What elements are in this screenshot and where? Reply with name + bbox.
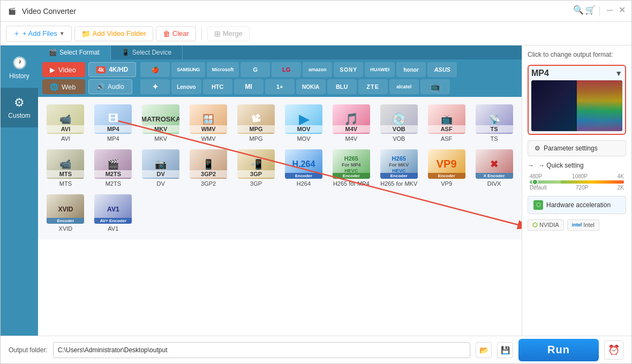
m2ts-label-thumb: M2TS — [94, 170, 132, 178]
browse-folder-button[interactable]: 📂 — [476, 342, 492, 358]
format-selector: 🎬 Select Format 📱 Select Device — [38, 46, 522, 97]
3gp-icon: 📲 — [250, 158, 262, 170]
brand-tv[interactable]: 📺 — [420, 79, 450, 94]
search-icon[interactable]: 🔍 — [573, 6, 581, 13]
mp4-icon: 🎞 — [108, 113, 118, 125]
select-device-label: Select Device — [132, 49, 171, 56]
format-item-h265mp4[interactable]: H265 For MP4 HEVC Encoder H265 for MP4 — [329, 147, 373, 189]
format-item-mov[interactable]: ▶ MOV MOV — [282, 102, 326, 144]
alarm-button[interactable]: ⏰ — [604, 340, 623, 360]
h264-icon: H.264 — [292, 160, 315, 169]
format-grid: 📹 AVI AVI 🎞 MP4 MP4 MA — [38, 97, 522, 239]
brand-lenovo[interactable]: Lenovo — [171, 79, 201, 94]
merge-label: Merge — [223, 29, 243, 37]
minimize-button[interactable]: ─ — [607, 6, 614, 13]
mkv-label-thumb: MKV — [142, 125, 179, 133]
format-item-avi[interactable]: 📹 AVI AVI — [43, 102, 88, 144]
format-item-m2ts[interactable]: 🎬 M2TS M2TS — [91, 147, 136, 189]
format-item-3gp2[interactable]: 📱 3GP2 3GP2 — [186, 147, 231, 189]
brand-google[interactable]: G — [240, 62, 270, 77]
brand-alcatel[interactable]: alcatel — [389, 79, 419, 94]
web-icon: 🌐 — [50, 83, 58, 91]
brand-sony[interactable]: SONY — [334, 62, 363, 77]
brand-lg[interactable]: LG — [272, 62, 301, 77]
nvidia-badge[interactable]: ⬡ NVIDIA — [528, 219, 564, 231]
select-format-label: Select Format — [59, 49, 100, 56]
close-button[interactable]: ✕ — [619, 6, 626, 13]
brand-blu[interactable]: BLU — [327, 79, 357, 94]
sidebar-item-custom[interactable]: ⚙ Custom — [1, 88, 38, 127]
format-item-h265mkv[interactable]: H265 For MKV HEVC Encoder H265 for MKV — [377, 147, 421, 189]
brand-zte[interactable]: ZTE — [358, 79, 388, 94]
brand-row-1: 🍎 SAMSUNG Microsoft G LG amazon SONY HUA… — [140, 62, 517, 77]
run-label: Run — [547, 344, 570, 355]
clear-button[interactable]: 🗑 Clear — [156, 26, 196, 41]
format-item-vp9[interactable]: VP9 Encoder VP9 — [424, 147, 469, 189]
brand-mi[interactable]: MI — [234, 79, 264, 94]
video-format-btn[interactable]: ▶ Video — [42, 62, 85, 77]
cart-icon[interactable]: 🛒 — [585, 6, 592, 13]
brand-honor[interactable]: honor — [396, 62, 426, 77]
brand-htc[interactable]: HTC — [203, 79, 232, 94]
add-files-button[interactable]: ＋ + Add Files ▼ — [6, 26, 72, 42]
brand-nokia[interactable]: NOKIA — [296, 79, 326, 94]
brand-samsung[interactable]: SAMSUNG — [171, 62, 205, 77]
format-item-divx[interactable]: ✖ X Encoder DIVX — [472, 147, 516, 189]
format-item-dv[interactable]: 📷 DV DV — [139, 147, 183, 189]
web-format-btn[interactable]: 🌐 Web — [42, 79, 85, 94]
output-format-select[interactable]: MP4 ▼ MP4 — [528, 65, 626, 135]
brand-asus[interactable]: ASUS — [427, 62, 457, 77]
intel-badge[interactable]: intel Intel — [567, 219, 599, 231]
format-item-mts[interactable]: 📹 MTS MTS — [43, 147, 88, 189]
format-item-mpg[interactable]: 📽 MPG MPG — [234, 102, 279, 144]
vp9-icon: VP9 — [437, 158, 457, 170]
format-item-xvid[interactable]: XVID Encoder XVID — [43, 192, 88, 234]
format-item-m4v[interactable]: 🎵 M4V M4V — [329, 102, 373, 144]
format-item-asf[interactable]: 📺 ASF ASF — [424, 102, 469, 144]
format-item-3gp[interactable]: 📲 3GP 3GP — [234, 147, 279, 189]
param-settings-button[interactable]: ⚙ Parameter settings — [528, 140, 626, 156]
add-folder-button[interactable]: 📁 Add Video Folder — [74, 26, 153, 41]
merge-button[interactable]: ⊞ Merge — [207, 26, 250, 41]
brand-apple[interactable]: 🍎 — [140, 62, 170, 77]
mp4-label: MP4 — [107, 135, 119, 142]
run-button[interactable]: Run — [518, 339, 599, 361]
tab-select-device[interactable]: 📱 Select Device — [111, 46, 183, 59]
four-k-btn[interactable]: 4k 4K/HD — [88, 62, 136, 77]
output-format-preview: MP4 — [531, 80, 622, 131]
format-item-mkv[interactable]: MATROSKA MKV MKV — [139, 102, 183, 144]
sidebar-item-history[interactable]: 🕐 History — [1, 48, 38, 88]
format-item-h264[interactable]: H.264 Encoder H264 — [282, 147, 326, 189]
vp9-encoder-badge: Encoder — [428, 173, 465, 179]
format-item-av1[interactable]: AV1 AV+ Encoder AV1 — [91, 192, 136, 234]
intel-icon: intel — [572, 222, 582, 228]
brand-motorola[interactable]: ✦ — [140, 79, 170, 94]
output-folder-input[interactable] — [53, 342, 470, 358]
video-label: Video — [58, 66, 76, 74]
save-output-button[interactable]: 💾 — [497, 342, 513, 358]
format-dropdown-arrow[interactable]: ▼ — [615, 69, 622, 78]
format-item-ts[interactable]: 📡 TS TS — [472, 102, 516, 144]
format-item-vob[interactable]: 💿 VOB VOB — [377, 102, 421, 144]
mts-label-thumb: MTS — [47, 170, 84, 178]
format-item-mp4[interactable]: 🎞 MP4 MP4 — [91, 102, 136, 144]
format-item-wmv[interactable]: 🪟 WMV WMV — [186, 102, 231, 144]
brand-amazon[interactable]: amazon — [303, 62, 332, 77]
tab-select-format[interactable]: 🎬 Select Format — [38, 46, 111, 59]
sidebar-history-label: History — [9, 72, 29, 80]
format-thumb-vob: 💿 VOB — [380, 104, 418, 134]
brand-oneplus[interactable]: 1+ — [265, 79, 295, 94]
quality-thumb[interactable] — [532, 179, 538, 185]
dv-icon: 📷 — [155, 158, 167, 170]
alarm-icon: ⏰ — [608, 344, 620, 356]
format-thumb-m2ts: 🎬 M2TS — [94, 149, 132, 179]
quality-slider[interactable] — [530, 180, 624, 184]
audio-format-btn[interactable]: 🔊 Audio — [88, 79, 132, 94]
format-thumb-avi: 📹 AVI — [47, 104, 84, 134]
format-thumb-wmv: 🪟 WMV — [190, 104, 227, 134]
brand-microsoft[interactable]: Microsoft — [207, 62, 239, 77]
hardware-acceleration-button[interactable]: ⬡ Hardware acceleration — [528, 196, 626, 214]
brand-huawei[interactable]: HUAWEI — [365, 62, 395, 77]
divx-label: DIVX — [487, 180, 501, 187]
ts-label-thumb: TS — [476, 125, 513, 133]
